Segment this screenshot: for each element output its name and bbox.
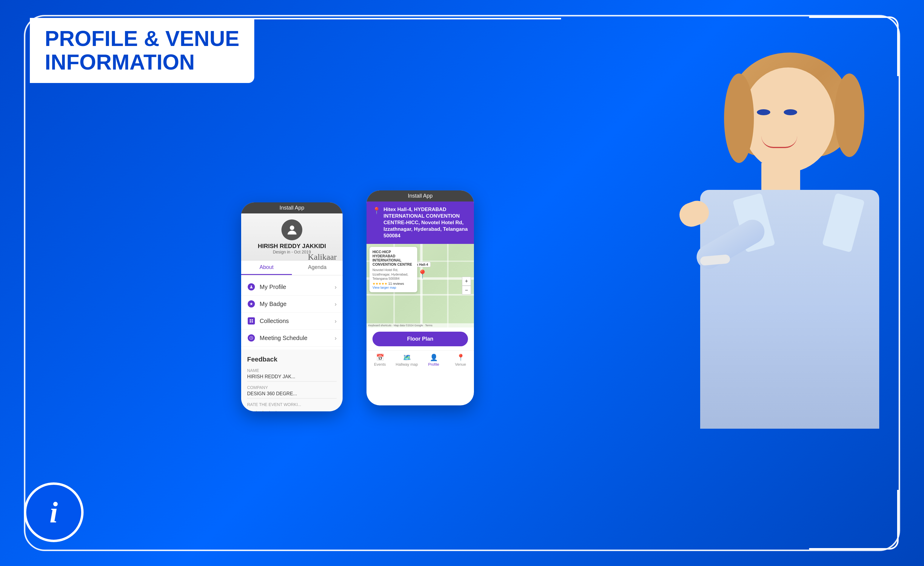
profile-nav-icon: 👤 (422, 354, 446, 362)
menu-item-badge[interactable]: My Badge › (241, 296, 343, 312)
menu-list: My Profile › My Badge › Collection (241, 276, 343, 350)
floor-plan-container: Floor Plan (366, 327, 474, 350)
nav-hallway-map[interactable]: 🗺️ Hallway map (393, 351, 420, 369)
profile-name: HIRISH REDDY JAKKIDI (247, 243, 337, 249)
deco-bracket-br (809, 490, 898, 549)
install-app-bar-right[interactable]: Install App (366, 191, 474, 201)
chevron-right-icon: › (334, 284, 337, 290)
menu-label-profile: My Profile (260, 284, 334, 290)
map-copyright: Keyboard shortcuts · Map data ©2024 Goog… (368, 324, 432, 327)
profile-header: HIRISH REDDY JAKKIDI Design in - Oct 201… (241, 213, 343, 261)
map-pin: 📍 (417, 269, 428, 279)
stars-row: ★ ★ ★ ★ ★ (247, 409, 337, 411)
nav-hallway-label: Hallway map (394, 362, 419, 366)
feedback-section: Feedback NAME HIRISH REDDY JAK... COMPAN… (241, 350, 343, 411)
badge-icon (247, 300, 255, 308)
map-info-card: HICC-HICP HYDERABAD INTERNATIONAL CONVEN… (369, 247, 417, 292)
install-app-bar-left[interactable]: Install App (241, 203, 343, 213)
field-label-company: COMPANY (247, 385, 337, 390)
install-app-label-right: Install App (408, 193, 432, 199)
tab-agenda[interactable]: Agenda (292, 261, 343, 275)
chevron-right-icon-3: › (334, 318, 337, 324)
person-icon (285, 223, 299, 237)
phone-right: Install App 📍 Hitex Hall-4, HYDERABAD IN… (366, 191, 474, 405)
page-title: PROFILE & VENUE INFORMATION (45, 27, 239, 74)
nav-profile[interactable]: 👤 Profile (420, 351, 447, 369)
clock-icon (247, 334, 255, 342)
tab-about[interactable]: About (241, 261, 292, 275)
map-area: 📍 Hitex Hall-4 HICC-HICP HYDERABAD INTER… (366, 244, 474, 327)
person-icon (247, 283, 255, 291)
field-label-name: NAME (247, 368, 337, 373)
map-card-title: HICC-HICP HYDERABAD INTERNATIONAL CONVEN… (372, 250, 414, 267)
zoom-out-button[interactable]: − (462, 286, 471, 295)
zoom-controls: + − (462, 277, 471, 295)
grid-icon (247, 317, 255, 325)
woman-body (670, 29, 924, 566)
menu-label-badge: My Badge (260, 300, 334, 308)
menu-item-profile[interactable]: My Profile › (241, 279, 343, 296)
woman-figure-area (640, 0, 924, 566)
title-box: PROFILE & VENUE INFORMATION (30, 18, 254, 83)
venue-header: 📍 Hitex Hall-4, HYDERABAD INTERNATIONAL … (366, 201, 474, 244)
zoom-in-button[interactable]: + (462, 277, 471, 286)
info-badge: i (24, 482, 84, 542)
map-rating: ★★★★★ 11 reviews (372, 282, 414, 286)
floor-plan-button[interactable]: Floor Plan (372, 332, 468, 346)
svg-rect-4 (250, 321, 251, 323)
menu-item-meeting[interactable]: Meeting Schedule › (241, 330, 343, 347)
feedback-name-field: NAME HIRISH REDDY JAK... (247, 368, 337, 381)
chevron-right-icon-4: › (334, 335, 337, 341)
menu-item-collections[interactable]: Collections › (241, 312, 343, 330)
field-value-company: DESIGN 360 DEGRE... (247, 391, 337, 399)
nav-profile-label: Profile (422, 362, 446, 366)
star-2: ★ (254, 409, 259, 411)
field-value-name: HIRISH REDDY JAK... (247, 374, 337, 381)
feedback-company-field: COMPANY DESIGN 360 DEGRE... (247, 385, 337, 399)
hallway-map-icon: 🗺️ (394, 354, 419, 362)
star-3: ★ (260, 409, 266, 411)
nav-venue-label: Venue (448, 362, 473, 366)
location-icon: 📍 (372, 207, 381, 215)
chevron-right-icon-2: › (334, 300, 337, 308)
svg-point-1 (251, 285, 252, 287)
nav-events-right[interactable]: 📅 Events (366, 351, 393, 369)
star-5: ★ (273, 409, 279, 411)
install-app-label-left: Install App (279, 205, 304, 211)
decorative-text: Kalikaar (308, 252, 337, 262)
avatar (282, 219, 302, 240)
field-label-rating: RATE THE EVENT WORKI... (247, 402, 337, 407)
phone-bottom-nav-right: 📅 Events 🗺️ Hallway map 👤 Profile 📍 Venu… (366, 350, 474, 369)
svg-rect-2 (250, 320, 251, 321)
venue-nav-icon: 📍 (448, 354, 473, 362)
svg-rect-3 (252, 320, 253, 321)
deco-bracket-tr (809, 17, 898, 76)
venue-address: Hitex Hall-4, HYDERABAD INTERNATIONAL CO… (384, 206, 468, 239)
map-card-address: Novotel Hotel Rd, Izzathnagar, Hyderabad… (372, 268, 414, 281)
nav-events-label-right: Events (368, 362, 392, 366)
phone-left: Install App HIRISH REDDY JAKKIDI Design … (241, 203, 343, 411)
map-view-larger[interactable]: View larger map (372, 286, 414, 289)
feedback-title: Feedback (247, 356, 337, 363)
menu-label-meeting: Meeting Schedule (260, 335, 334, 341)
star-4: ★ (267, 409, 272, 411)
svg-rect-5 (252, 321, 253, 323)
events-icon-right: 📅 (368, 354, 392, 362)
phones-container: Install App HIRISH REDDY JAKKIDI Design … (60, 60, 656, 536)
svg-point-0 (290, 225, 294, 230)
info-icon: i (50, 495, 58, 530)
star-1: ★ (247, 409, 252, 411)
feedback-rating-field: RATE THE EVENT WORKI... ★ ★ ★ ★ ★ (247, 402, 337, 411)
nav-venue[interactable]: 📍 Venue (447, 351, 474, 369)
menu-label-collections: Collections (260, 318, 334, 324)
phone-tabs: About Agenda (241, 261, 343, 276)
